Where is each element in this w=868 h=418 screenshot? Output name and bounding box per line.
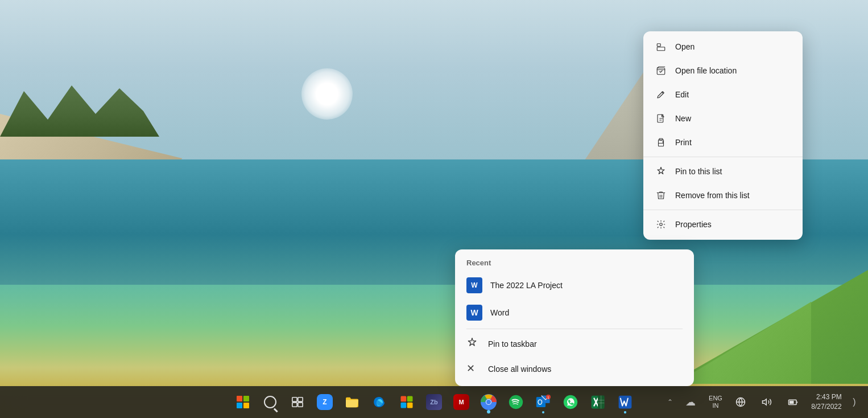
svg-rect-17 [407, 403, 413, 408]
new-icon [655, 112, 667, 125]
volume-button[interactable] [754, 390, 779, 415]
word-app-icon: W [466, 305, 482, 321]
menu-item-new[interactable]: New [643, 106, 803, 130]
network-icon [735, 397, 746, 407]
jump-list-divider [466, 329, 683, 329]
taskbar-outlook[interactable]: 1 [531, 390, 556, 415]
sun [301, 68, 353, 120]
jump-list: Recent W The 2022 LA Project W Word Pin … [455, 249, 694, 386]
mcafee-icon: M [453, 394, 469, 410]
jump-list-close-windows[interactable]: ✕ Close all windows [455, 356, 694, 382]
pin-taskbar-icon [466, 337, 480, 351]
taskbar-word[interactable] [613, 390, 638, 415]
divider-1 [643, 157, 803, 157]
svg-rect-16 [401, 403, 407, 408]
taskbar-spotify[interactable] [503, 390, 528, 415]
network-button[interactable] [728, 390, 753, 415]
taskbar-mcafee[interactable]: M [449, 390, 474, 415]
svg-rect-14 [401, 396, 407, 402]
search-icon [264, 396, 276, 408]
svg-marker-38 [763, 399, 767, 405]
svg-rect-6 [659, 144, 664, 146]
task-view-icon [291, 396, 304, 408]
svg-point-26 [539, 400, 542, 404]
zbrush-icon: Zb [426, 394, 442, 410]
taskbar-search-button[interactable] [258, 390, 283, 415]
language-label: ENG IN [709, 395, 722, 409]
outlook-icon: 1 [536, 395, 551, 409]
svg-rect-12 [292, 403, 297, 407]
svg-rect-7 [659, 138, 663, 140]
notification-icon: ) [853, 397, 855, 407]
language-button[interactable]: ENG IN [704, 390, 727, 415]
menu-item-pin-to-list[interactable]: Pin to this list [643, 159, 803, 183]
notification-button[interactable]: ) [848, 390, 861, 415]
print-icon [655, 136, 667, 149]
edge-icon [373, 395, 386, 409]
context-menu-main: Open Open file location Edit [643, 31, 803, 240]
svg-rect-13 [298, 403, 303, 407]
properties-icon [655, 218, 667, 231]
volume-icon [762, 397, 772, 407]
file-location-icon [655, 64, 667, 77]
whatsapp-icon [563, 395, 578, 409]
taskbar-excel[interactable] [585, 390, 610, 415]
menu-item-properties[interactable]: Properties [643, 212, 803, 236]
close-windows-icon: ✕ [466, 362, 480, 376]
zoom-icon: Z [317, 394, 333, 410]
chrome-icon [481, 394, 497, 410]
word-icon [618, 395, 633, 409]
edit-icon [655, 88, 667, 101]
menu-item-open-file-location[interactable]: Open file location [643, 59, 803, 83]
clock-area[interactable]: 2:43 PM 8/27/2022 [807, 390, 846, 415]
spotify-icon [509, 395, 523, 409]
system-clock: 2:43 PM 8/27/2022 [807, 392, 846, 412]
menu-item-edit[interactable]: Edit [643, 83, 803, 106]
svg-rect-0 [657, 44, 660, 47]
svg-point-21 [486, 400, 491, 404]
windows-logo-icon [237, 396, 249, 408]
taskbar-edge[interactable] [367, 390, 392, 415]
svg-rect-41 [790, 401, 794, 404]
taskbar: Z Zb [0, 386, 868, 418]
taskbar-zbrush[interactable]: Zb [421, 390, 447, 415]
remove-icon [655, 189, 667, 202]
battery-button[interactable] [780, 390, 805, 415]
jump-list-item-project[interactable]: W The 2022 LA Project [455, 272, 694, 299]
onedrive-icon[interactable]: ☁ [678, 390, 703, 415]
cloud-icon: ☁ [685, 396, 696, 408]
excel-icon [590, 395, 605, 409]
menu-item-open[interactable]: Open [643, 35, 803, 59]
svg-point-8 [663, 142, 664, 143]
taskbar-whatsapp[interactable] [558, 390, 583, 415]
taskbar-zoom[interactable]: Z [312, 390, 337, 415]
chevron-up-icon: ⌃ [667, 398, 673, 406]
svg-rect-1 [657, 47, 665, 51]
taskbar-task-view[interactable] [285, 390, 310, 415]
taskbar-file-explorer[interactable] [340, 390, 365, 415]
file-explorer-icon [345, 396, 359, 408]
jump-list-pin-taskbar[interactable]: Pin to taskbar [455, 331, 694, 356]
taskbar-right: ⌃ ☁ ENG IN [663, 390, 868, 415]
open-icon [655, 40, 667, 53]
svg-point-9 [660, 223, 663, 226]
taskbar-ms-store[interactable] [394, 390, 419, 415]
menu-item-print[interactable]: Print [643, 130, 803, 154]
word-doc-icon: W [466, 277, 482, 293]
pin-icon [655, 165, 667, 178]
svg-rect-2 [657, 68, 665, 75]
taskbar-chrome[interactable] [476, 390, 501, 415]
svg-rect-11 [298, 397, 303, 401]
battery-icon [788, 397, 798, 407]
jump-list-item-word[interactable]: W Word [455, 299, 694, 326]
show-hidden-icons-button[interactable]: ⌃ [663, 390, 677, 415]
svg-rect-10 [292, 397, 297, 401]
svg-rect-15 [407, 396, 413, 402]
divider-2 [643, 210, 803, 210]
taskbar-start-button[interactable] [230, 390, 255, 415]
jump-list-section-label: Recent [455, 259, 694, 272]
svg-text:1: 1 [548, 396, 549, 399]
ms-store-icon [400, 395, 414, 409]
menu-item-remove-from-list[interactable]: Remove from this list [643, 183, 803, 207]
taskbar-center: Z Zb [230, 390, 638, 415]
